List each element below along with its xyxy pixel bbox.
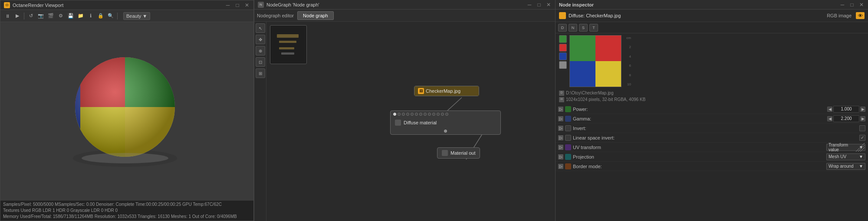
port-input-6[interactable] — [415, 113, 418, 116]
projection-expand-btn[interactable]: ▷ — [558, 154, 563, 159]
swatch-blue[interactable] — [559, 52, 567, 60]
inspector-minimize-button[interactable]: ─ — [839, 2, 845, 8]
port-input-13[interactable] — [445, 113, 448, 116]
inspector-close-button[interactable]: ✕ — [858, 2, 865, 8]
inspector-eye-button[interactable]: 👁 — [856, 12, 865, 19]
linear-checkbox[interactable] — [859, 135, 865, 141]
uv-expand-btn[interactable]: ▷ — [558, 145, 563, 150]
matout-icon — [442, 150, 448, 156]
swatch-red[interactable] — [559, 44, 567, 52]
pause-button[interactable]: ⏸ — [3, 12, 12, 20]
port-input-8[interactable] — [424, 113, 427, 116]
viewport-canvas[interactable] — [0, 22, 253, 201]
ng-pan-button[interactable]: ✥ — [256, 35, 265, 44]
uv-label: UV transform — [573, 145, 825, 150]
port-input-9[interactable] — [428, 113, 431, 116]
viewport-statusbar: Samples/Pixel: 5000/5000 MSamples/Sec: 0… — [0, 201, 253, 221]
swatch-green[interactable] — [559, 35, 567, 43]
nodegraph-close-button[interactable]: ✕ — [546, 2, 552, 8]
nodegraph-minimize-button[interactable]: ─ — [526, 2, 533, 8]
ng-fit-button[interactable]: ⊡ — [256, 57, 265, 67]
editor-label: Nodegraph editor — [257, 13, 294, 18]
port-input-12[interactable] — [441, 113, 444, 116]
viewport-close-button[interactable]: ✕ — [244, 2, 250, 8]
nodegraph-restore-button[interactable]: □ — [536, 2, 542, 8]
lock-button[interactable]: 🔒 — [96, 12, 105, 20]
port-output[interactable] — [444, 130, 447, 133]
projection-value: Mesh UV — [829, 154, 846, 159]
viewport-title: OctaneRender Viewport — [13, 3, 63, 8]
checkermap-node[interactable]: 🖼 CheckerMap.jpg — [414, 86, 479, 96]
gamma-expand-btn[interactable]: ▷ — [558, 116, 563, 121]
power-arrow-right[interactable]: ▶ — [860, 107, 865, 112]
power-expand-btn[interactable]: ▷ — [558, 107, 563, 112]
viewport-minimize-button[interactable]: ─ — [225, 2, 231, 8]
projection-dropdown-arrow: ▼ — [859, 154, 863, 159]
ng-select-button[interactable]: ↖ — [256, 23, 265, 33]
invert-expand-btn[interactable]: ▷ — [558, 126, 563, 131]
viewport-restore-button[interactable]: □ — [234, 2, 240, 8]
toolbar-sep-1 — [24, 13, 24, 20]
reset-button[interactable]: ↺ — [26, 12, 35, 20]
insp-btn-4[interactable]: T — [589, 24, 598, 32]
port-input-1[interactable] — [393, 113, 396, 116]
ruler-6: 6 — [624, 64, 631, 68]
info-button[interactable]: ℹ — [86, 12, 95, 20]
insp-btn-1[interactable]: D — [558, 24, 567, 32]
projection-type-icon — [565, 154, 571, 160]
play-button[interactable]: ▶ — [13, 12, 22, 20]
settings-button[interactable]: ⚙ — [56, 12, 65, 20]
diffuse-node[interactable]: Diffuse material — [390, 110, 501, 135]
port-input-10[interactable] — [432, 113, 435, 116]
insp-btn-2[interactable]: N — [569, 24, 577, 32]
port-input-5[interactable] — [411, 113, 414, 116]
beauty-dropdown[interactable]: Beauty ▼ — [123, 12, 150, 20]
inspector-node-type: RGB image — [827, 13, 852, 18]
gamma-value[interactable]: 2.200 — [833, 115, 859, 122]
node-graph-tab[interactable]: Node graph — [297, 11, 334, 20]
border-expand-btn[interactable]: ▷ — [558, 164, 563, 169]
insp-btn-3[interactable]: S — [579, 24, 588, 32]
projection-dropdown[interactable]: Mesh UV ▼ — [826, 153, 865, 160]
save-button[interactable]: 💾 — [66, 12, 75, 20]
camera-button[interactable]: 📷 — [36, 12, 45, 20]
render-button[interactable]: 🎬 — [46, 12, 55, 20]
port-input-2[interactable] — [398, 113, 401, 116]
invert-type-icon — [565, 125, 571, 131]
file-dims-row: H 1024x1024 pixels, 32-bit RGBA, 4096 KB — [559, 96, 865, 103]
checkermap-icon: 🖼 — [418, 88, 424, 94]
sphere-render — [0, 22, 253, 201]
octane-icon: O — [4, 2, 10, 8]
ng-grid-button[interactable]: ⊞ — [256, 68, 265, 78]
port-input-7[interactable] — [419, 113, 422, 116]
inspector-restore-button[interactable]: □ — [849, 2, 855, 8]
swatch-gray[interactable] — [559, 61, 567, 69]
ruler-8: 8 — [624, 73, 631, 77]
border-mode-dropdown[interactable]: Wrap around ▼ — [826, 163, 865, 170]
gamma-label: Gamma: — [573, 116, 825, 121]
beauty-label: Beauty — [126, 13, 141, 19]
prop-row-uv-transform: ▷ UV transform Transform value ▼ — [556, 143, 868, 152]
invert-checkbox[interactable] — [859, 125, 865, 131]
zoom-button[interactable]: 🔍 — [106, 12, 115, 20]
linear-expand-btn[interactable]: ▷ — [558, 135, 563, 140]
preview-grid[interactable] — [569, 35, 621, 87]
ng-zoom-button[interactable]: ⊕ — [256, 46, 265, 55]
port-input-3[interactable] — [402, 113, 405, 116]
port-input-4[interactable] — [406, 113, 409, 116]
gamma-arrow-right[interactable]: ▶ — [860, 116, 865, 121]
matout-node[interactable]: Material out — [437, 147, 480, 159]
port-input-11[interactable] — [437, 113, 440, 116]
uv-type-icon — [565, 144, 571, 150]
filedims-icon: H — [559, 97, 564, 102]
viewport-titlebar: O OctaneRender Viewport ─ □ ✕ — [0, 0, 253, 10]
power-value[interactable]: 1.000 — [833, 106, 859, 113]
nodegraph-canvas[interactable]: 🖼 CheckerMap.jpg — [266, 22, 555, 221]
ruler-cm: cm — [624, 36, 631, 40]
file-path: D:\Otoy\CheckerMap.jpg — [566, 90, 614, 96]
svg-point-4 — [75, 57, 175, 157]
projection-value-area: Mesh UV ▼ — [826, 153, 865, 160]
folder-button[interactable]: 📁 — [76, 12, 85, 20]
power-arrow-left[interactable]: ◀ — [827, 107, 832, 112]
gamma-arrow-left[interactable]: ◀ — [827, 116, 832, 121]
